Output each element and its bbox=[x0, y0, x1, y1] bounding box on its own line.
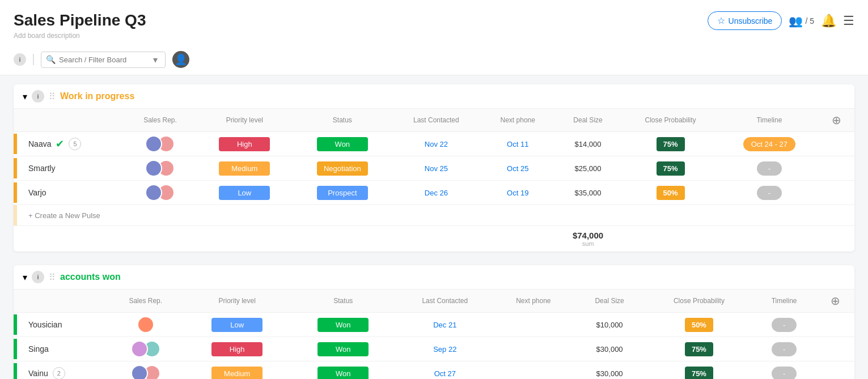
group-info-won[interactable]: i bbox=[32, 271, 44, 283]
deal-size-cell: $35,000 bbox=[554, 181, 621, 205]
col-6: Close Probability bbox=[646, 289, 752, 313]
group-collapse-won[interactable]: ▾ bbox=[23, 272, 27, 283]
row-name[interactable]: Smartly bbox=[28, 164, 55, 173]
rep-cell bbox=[107, 337, 184, 361]
group-title-won[interactable]: accounts won bbox=[60, 272, 121, 282]
priority-pill[interactable]: Low bbox=[219, 186, 270, 200]
timeline-cell: - bbox=[719, 181, 819, 205]
row-name[interactable]: Yousician bbox=[28, 320, 62, 329]
row-name-cell: Smartly bbox=[17, 156, 125, 181]
sum-cell: $74,000 sum bbox=[554, 226, 621, 252]
board-description[interactable]: Add board description bbox=[14, 32, 146, 40]
next-phone-value: Oct 25 bbox=[507, 164, 528, 173]
deal-size-cell: $10,000 bbox=[573, 313, 646, 337]
status-pill[interactable]: Won bbox=[317, 137, 368, 151]
group-title-wip[interactable]: Work in progress bbox=[60, 91, 134, 101]
search-wrapper: 🔍 ▾ bbox=[41, 52, 166, 68]
timeline-empty: - bbox=[757, 186, 782, 200]
row-name[interactable]: Vainu bbox=[28, 369, 48, 378]
status-pill[interactable]: Won bbox=[317, 342, 369, 356]
last-contacted-cell: Dec 26 bbox=[391, 181, 481, 205]
add-col-header[interactable]: ⊕ bbox=[819, 109, 854, 132]
group-drag-wip[interactable]: ⠿ bbox=[49, 91, 56, 102]
col-3: Last Contacted bbox=[396, 289, 494, 313]
deal-size-value: $14,000 bbox=[575, 140, 602, 148]
avatar-filter[interactable]: 👤 bbox=[172, 51, 189, 68]
status-cell: Won bbox=[290, 361, 396, 380]
unsubscribe-button[interactable]: ☆ Unsubscribe bbox=[708, 11, 782, 30]
timeline-empty: - bbox=[772, 367, 797, 380]
check-icon: ✔ bbox=[56, 138, 64, 150]
table-row: Varjo Low Prospect Dec 26 Oct 19 $35,000… bbox=[14, 181, 854, 205]
members-button[interactable]: 👥 / 5 bbox=[789, 14, 814, 28]
next-phone-value: Oct 11 bbox=[507, 140, 528, 148]
filter-dropdown-button[interactable]: ▾ bbox=[153, 54, 158, 65]
close-prob-bar: 75% bbox=[657, 161, 685, 176]
timeline-cell: - bbox=[752, 361, 816, 380]
group-info-wip[interactable]: i bbox=[32, 90, 44, 103]
search-icon: 🔍 bbox=[46, 55, 56, 64]
create-pulse-label[interactable]: + Create a New Pulse bbox=[17, 205, 854, 226]
close-prob-cell: 50% bbox=[646, 313, 752, 337]
row-name[interactable]: Varjo bbox=[28, 188, 46, 197]
status-pill[interactable]: Negotiation bbox=[317, 161, 368, 176]
group-wip: ▾ i ⠿ Work in progress Sales Rep.Priorit… bbox=[14, 84, 854, 252]
col-2: Status bbox=[290, 289, 396, 313]
last-contacted-cell: Dec 21 bbox=[396, 313, 494, 337]
group-collapse-wip[interactable]: ▾ bbox=[23, 91, 27, 102]
row-extra bbox=[816, 337, 854, 361]
group-header-wip: ▾ i ⠿ Work in progress bbox=[14, 84, 854, 109]
timeline-cell: - bbox=[752, 313, 816, 337]
row-extra bbox=[819, 132, 854, 156]
row-name[interactable]: Singa bbox=[28, 344, 49, 354]
col-name bbox=[17, 109, 125, 132]
priority-cell: Low bbox=[196, 181, 294, 205]
deal-size-cell: $30,000 bbox=[573, 337, 646, 361]
search-input[interactable] bbox=[59, 56, 150, 64]
status-pill[interactable]: Won bbox=[317, 318, 369, 332]
info-button[interactable]: i bbox=[14, 53, 26, 66]
col-1: Priority level bbox=[196, 109, 294, 132]
notifications-button[interactable]: 🔔 bbox=[821, 14, 836, 28]
status-cell: Prospect bbox=[294, 181, 392, 205]
timeline-empty: - bbox=[772, 342, 797, 356]
next-phone-cell: Oct 19 bbox=[481, 181, 554, 205]
group-drag-won[interactable]: ⠿ bbox=[49, 272, 56, 283]
priority-cell: Medium bbox=[184, 361, 290, 380]
row-count-badge: 5 bbox=[69, 138, 81, 150]
row-name-cell: Vainu 2 bbox=[17, 361, 107, 380]
status-pill[interactable]: Prospect bbox=[317, 186, 368, 200]
col-4: Next phone bbox=[494, 289, 573, 313]
create-row[interactable]: + Create a New Pulse bbox=[14, 205, 854, 226]
timeline-cell: - bbox=[752, 337, 816, 361]
row-name[interactable]: Naava bbox=[28, 139, 51, 148]
row-name-cell: Varjo bbox=[17, 181, 125, 205]
priority-pill[interactable]: Medium bbox=[219, 161, 270, 176]
rep-cell bbox=[107, 313, 184, 337]
row-extra bbox=[816, 361, 854, 380]
col-6: Close Probability bbox=[621, 109, 719, 132]
priority-pill[interactable]: High bbox=[211, 342, 262, 356]
priority-pill[interactable]: Medium bbox=[211, 367, 262, 380]
close-prob-cell: 50% bbox=[621, 181, 719, 205]
row-name-cell: Yousician bbox=[17, 313, 107, 337]
add-col-button[interactable]: ⊕ bbox=[831, 294, 840, 308]
bar-create-inner bbox=[14, 205, 17, 225]
close-prob-bar: 75% bbox=[685, 342, 713, 356]
priority-cell: Medium bbox=[196, 156, 294, 181]
page-header: Sales Pipeline Q3 Add board description … bbox=[0, 0, 868, 44]
rep-cell bbox=[125, 132, 196, 156]
close-prob-cell: 75% bbox=[646, 361, 752, 380]
row-name-cell: Naava ✔ 5 bbox=[17, 132, 125, 156]
next-phone-value: Oct 19 bbox=[507, 189, 528, 197]
row-extra bbox=[816, 313, 854, 337]
add-col-header[interactable]: ⊕ bbox=[816, 289, 854, 313]
rep-cell bbox=[107, 361, 184, 380]
sum-spacer2 bbox=[621, 226, 854, 252]
deal-size-cell: $14,000 bbox=[554, 132, 621, 156]
menu-button[interactable]: ☰ bbox=[843, 14, 854, 28]
priority-pill[interactable]: Low bbox=[211, 318, 262, 332]
add-col-button[interactable]: ⊕ bbox=[832, 113, 841, 127]
priority-pill[interactable]: High bbox=[219, 137, 270, 151]
status-pill[interactable]: Won bbox=[317, 367, 369, 380]
